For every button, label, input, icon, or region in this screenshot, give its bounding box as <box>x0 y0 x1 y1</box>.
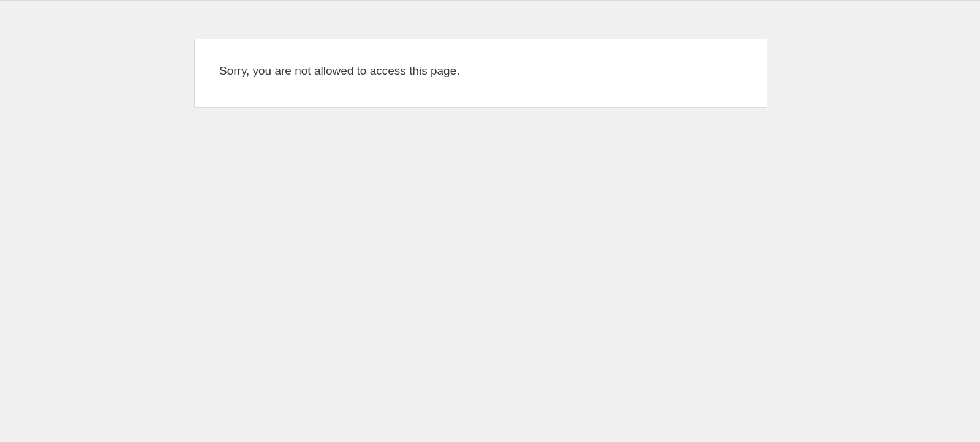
page-wrap: Sorry, you are not allowed to access thi… <box>0 1 980 108</box>
error-message: Sorry, you are not allowed to access thi… <box>219 62 742 80</box>
error-card: Sorry, you are not allowed to access thi… <box>194 39 767 108</box>
